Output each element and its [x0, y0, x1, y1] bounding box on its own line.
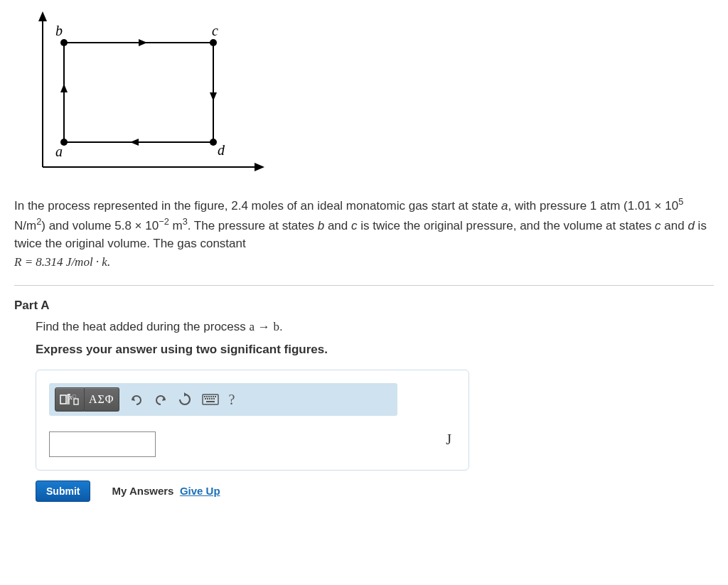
my-answers-label: My Answers	[112, 485, 173, 497]
submit-button[interactable]: Submit	[36, 481, 90, 502]
part-a-prompt: Find the heat added during the process a…	[36, 320, 714, 334]
keyboard-button[interactable]	[202, 389, 219, 410]
svg-rect-25	[205, 398, 206, 399]
give-up-link[interactable]: Give Up	[180, 485, 220, 497]
unit-label: J	[446, 431, 451, 448]
svg-rect-23	[213, 396, 214, 397]
part-a-label: Part A	[14, 299, 714, 313]
svg-rect-16	[74, 399, 78, 404]
svg-rect-21	[208, 396, 210, 397]
svg-rect-20	[206, 396, 208, 397]
svg-rect-14	[60, 395, 66, 404]
svg-point-11	[60, 39, 68, 46]
problem-statement: In the process represented in the figure…	[14, 195, 714, 271]
svg-point-13	[210, 139, 217, 146]
svg-rect-30	[206, 401, 215, 402]
svg-rect-29	[213, 398, 215, 399]
answer-box: x □ ΑΣΦ	[36, 370, 469, 471]
undo-button[interactable]	[129, 389, 144, 410]
equation-toolbar: x □ ΑΣΦ	[49, 383, 397, 416]
svg-text:□: □	[73, 394, 76, 399]
redo-button[interactable]	[154, 389, 168, 410]
answer-links: My Answers Give Up	[112, 485, 220, 498]
pv-diagram-svg: b c a d	[14, 7, 270, 178]
svg-point-12	[210, 39, 217, 46]
greek-symbols-button[interactable]: ΑΣΦ	[85, 387, 119, 412]
label-c: c	[212, 23, 218, 38]
template-tool-button[interactable]: x □	[55, 387, 85, 412]
section-divider	[14, 285, 714, 286]
svg-rect-22	[210, 396, 212, 397]
answer-instruction: Express your answer using two significan…	[36, 343, 714, 357]
svg-rect-27	[209, 398, 210, 399]
svg-rect-24	[215, 396, 216, 397]
label-d: d	[218, 142, 225, 158]
svg-rect-19	[204, 396, 205, 397]
label-b: b	[55, 23, 63, 38]
help-button[interactable]: ?	[229, 389, 235, 410]
reset-button[interactable]	[178, 389, 192, 410]
process-figure: b c a d	[14, 7, 714, 181]
label-a: a	[55, 144, 63, 159]
svg-rect-28	[211, 398, 213, 399]
answer-input[interactable]	[49, 431, 156, 457]
svg-rect-26	[207, 398, 208, 399]
